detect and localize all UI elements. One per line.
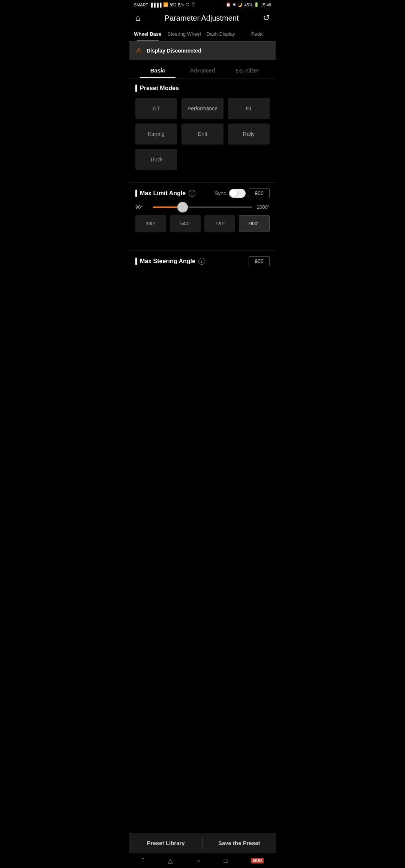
- nav-back-icon[interactable]: ˅: [141, 857, 144, 864]
- tab-pedal[interactable]: Pedal: [239, 27, 276, 41]
- battery-label: 45%: [244, 3, 252, 7]
- tab-steering-wheel[interactable]: Steering Wheel: [166, 27, 203, 41]
- status-right: ⏰ ✱ 🌙 45% 🔋 15:49: [226, 2, 271, 7]
- page-title: Parameter Adjustment: [165, 14, 239, 23]
- wifi-icon: 📶: [163, 2, 168, 7]
- angle-preset-900[interactable]: 900°: [239, 215, 270, 232]
- preset-library-button[interactable]: Preset Library: [129, 833, 202, 853]
- angle-preset-540[interactable]: 540°: [170, 215, 201, 232]
- status-left: SMART ▐▐▐▐ 📶 892 B/s 🛡 📱: [134, 2, 196, 7]
- sim-icon: 📱: [191, 2, 196, 7]
- max-steering-angle-label: Max Steering Angle: [140, 258, 195, 265]
- angle-value-box[interactable]: 900: [249, 188, 270, 198]
- battery-icon: 🔋: [254, 2, 259, 7]
- preset-gt[interactable]: GT: [135, 98, 177, 119]
- preset-performance[interactable]: Performance: [182, 98, 223, 119]
- steering-label-group: Max Steering Angle i: [135, 258, 205, 265]
- sync-group: Sync 900: [214, 188, 270, 198]
- preset-karting[interactable]: Karting: [135, 124, 177, 145]
- info-icon[interactable]: i: [189, 190, 195, 197]
- slider-range-row: 90° 2000°: [135, 204, 270, 210]
- preset-modes-section: Preset Modes GT Performance F1 Karting D…: [129, 78, 276, 176]
- tab-dash-display[interactable]: Dash Display: [202, 27, 239, 41]
- preset-truck[interactable]: Truck: [135, 149, 177, 170]
- preset-rally[interactable]: Rally: [228, 124, 270, 145]
- warning-banner: ⚠ Display Disconnected: [129, 42, 276, 60]
- time-label: 15:49: [261, 3, 271, 7]
- moon-icon: 🌙: [237, 2, 243, 7]
- preset-f1[interactable]: F1: [228, 98, 270, 119]
- bluetooth-icon: ✱: [232, 2, 236, 7]
- slider-label-group: Max Limit Angle i: [135, 190, 195, 197]
- tab-wheel-base[interactable]: Wheel Base: [129, 27, 166, 41]
- steering-value-box[interactable]: 900: [249, 256, 270, 266]
- nav-circle-icon[interactable]: ○: [196, 857, 200, 864]
- home-icon[interactable]: ⌂: [135, 13, 140, 23]
- angle-preset-720[interactable]: 720°: [204, 215, 235, 232]
- alarm-icon: ⏰: [226, 2, 231, 7]
- top-nav: ⌂ Parameter Adjustment ↺: [129, 9, 276, 27]
- save-preset-button[interactable]: Save the Preset: [203, 833, 276, 853]
- sync-toggle[interactable]: [229, 189, 246, 198]
- sub-tabs: Basic Advanced Equalizer: [129, 63, 276, 78]
- shield-icon: 🛡: [185, 3, 189, 7]
- reset-icon[interactable]: ↺: [263, 13, 270, 23]
- subtab-basic[interactable]: Basic: [135, 63, 180, 78]
- max-limit-angle-section: Max Limit Angle i Sync 900 90° 2000° 360…: [129, 188, 276, 244]
- preset-modes-title: Preset Modes: [135, 84, 270, 92]
- preset-drift[interactable]: Drift: [182, 124, 223, 145]
- nav-square-icon[interactable]: □: [224, 857, 228, 864]
- slider-track[interactable]: [153, 206, 252, 208]
- preset-grid: GT Performance F1 Karting Drift Rally Tr…: [135, 98, 270, 170]
- muo-badge[interactable]: MUO: [251, 858, 264, 863]
- max-steering-angle-section: Max Steering Angle i 900: [129, 256, 276, 272]
- slider-thumb[interactable]: [177, 202, 188, 212]
- device-tabs: Wheel Base Steering Wheel Dash Display P…: [129, 27, 276, 42]
- angle-presets: 360° 540° 720° 900°: [135, 215, 270, 232]
- warning-icon: ⚠: [135, 46, 142, 55]
- nav-triangle-icon[interactable]: △: [168, 857, 172, 864]
- warning-text: Display Disconnected: [147, 48, 201, 54]
- steering-info-icon[interactable]: i: [198, 258, 205, 265]
- sync-label: Sync: [214, 190, 226, 196]
- max-angle-label: 2000°: [256, 204, 270, 210]
- network-speed: 892 B/s: [170, 3, 184, 7]
- min-angle-label: 90°: [135, 204, 149, 210]
- toggle-knob: [230, 190, 237, 197]
- status-bar: SMART ▐▐▐▐ 📶 892 B/s 🛡 📱 ⏰ ✱ 🌙 45% 🔋 15:…: [129, 0, 276, 9]
- angle-preset-360[interactable]: 360°: [135, 215, 166, 232]
- slider-header: Max Limit Angle i Sync 900: [135, 188, 270, 198]
- subtab-advanced[interactable]: Advanced: [180, 63, 225, 78]
- divider-2: [129, 250, 276, 250]
- subtab-equalizer[interactable]: Equalizer: [225, 63, 270, 78]
- divider-1: [129, 182, 276, 182]
- carrier-label: SMART: [134, 3, 148, 7]
- bottom-bar: Preset Library Save the Preset: [129, 833, 276, 853]
- signal-icon: ▐▐▐▐: [150, 3, 161, 7]
- max-limit-angle-label: Max Limit Angle: [140, 190, 186, 197]
- nav-bar: ˅ △ ○ □ MUO: [129, 853, 276, 868]
